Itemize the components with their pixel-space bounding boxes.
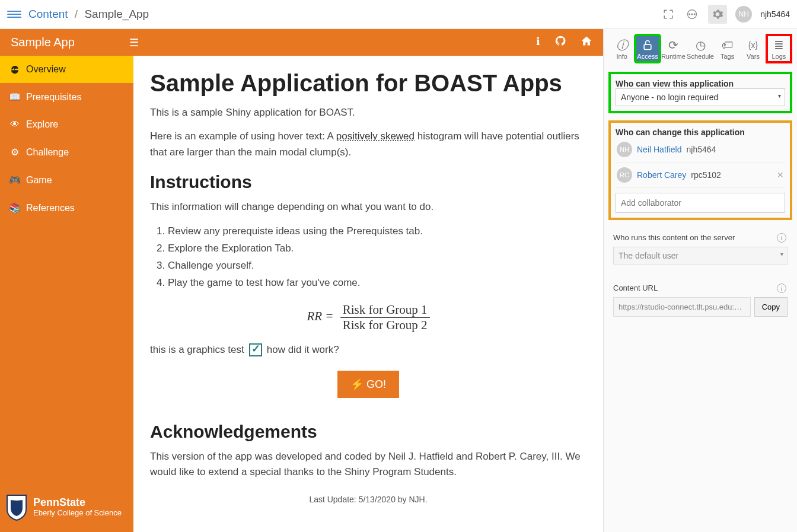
runs-title: Who runs this content on the server xyxy=(613,233,788,242)
instructions-list: Review any prerequiste ideas using the P… xyxy=(168,223,586,292)
sidebar-item-game[interactable]: 🎮 Game xyxy=(0,166,133,194)
info-tooltip-icon[interactable]: i xyxy=(777,233,786,243)
info-tooltip-icon[interactable]: i xyxy=(777,283,786,293)
acknowledgements-paragraph: This version of the app was developed an… xyxy=(150,449,586,480)
eye-icon: 👁 xyxy=(9,119,20,130)
logs-icon: ≣ xyxy=(767,37,791,53)
go-button[interactable]: GO! xyxy=(337,371,399,398)
change-access-section: Who can change this application NH Neil … xyxy=(608,120,792,220)
info-circle-icon: ⓘ xyxy=(610,37,634,53)
sidebar-item-label: Challenge xyxy=(26,147,69,158)
collab-avatar: RC xyxy=(617,167,632,183)
book-icon: 📖 xyxy=(9,91,20,103)
bookmark-icon: 📚 xyxy=(9,202,20,214)
pennstate-shield-icon xyxy=(5,493,28,521)
collab-avatar: NH xyxy=(617,142,632,157)
breadcrumb-current: Sample_App xyxy=(84,8,149,20)
tab-vars[interactable]: {x}Vars xyxy=(741,35,765,62)
nav-toggle-icon[interactable] xyxy=(7,7,21,21)
vars-icon: {x} xyxy=(741,37,765,53)
instructions-heading: Instructions xyxy=(150,172,586,192)
add-collaborator-input[interactable] xyxy=(616,193,785,213)
list-item: Play the game to test how far you've com… xyxy=(168,275,586,292)
sidebar-item-label: Explore xyxy=(26,119,58,130)
sidebar-item-prerequisites[interactable]: 📖 Prerequisites xyxy=(0,83,133,111)
more-icon[interactable] xyxy=(684,7,700,22)
annotation-star-icon: ★ xyxy=(603,367,604,397)
settings-panel: ⓘInfo Access ⟳Runtime ◷Schedule 🏷Tags {x… xyxy=(603,29,797,532)
formula-display: RR = Risk for Group 1 Risk for Group 2 xyxy=(150,302,586,333)
sidebar-item-overview[interactable]: Overview xyxy=(0,56,133,83)
content-url-input[interactable]: https://rstudio-connect.tlt.psu.edu:3939… xyxy=(613,297,751,317)
runs-select[interactable]: The default user xyxy=(613,247,788,265)
runs-section: i Who runs this content on the server Th… xyxy=(610,227,791,270)
collab-name[interactable]: Robert Carey xyxy=(637,170,686,180)
collab-username: rpc5102 xyxy=(691,170,721,180)
list-item: Review any prerequiste ideas using the P… xyxy=(168,223,586,240)
collab-name[interactable]: Neil Hatfield xyxy=(637,145,681,154)
sidebar-item-explore[interactable]: 👁 Explore xyxy=(0,111,133,138)
url-section: i Content URL https://rstudio-connect.tl… xyxy=(610,278,791,323)
sidebar-item-references[interactable]: 📚 References xyxy=(0,194,133,222)
info-icon[interactable]: ℹ xyxy=(536,35,540,50)
svg-rect-4 xyxy=(644,44,651,49)
cogs-icon: ⚙ xyxy=(9,146,20,158)
remove-collab-icon[interactable]: ✕ xyxy=(777,170,784,180)
app-title: Sample App xyxy=(11,36,129,49)
unlock-icon xyxy=(635,37,659,53)
url-title: Content URL xyxy=(613,283,788,292)
runtime-icon: ⟳ xyxy=(661,37,686,53)
username-label: njh5464 xyxy=(760,9,790,19)
gamepad-icon: 🎮 xyxy=(9,174,20,186)
intro-paragraph: This is a sample Shiny application for B… xyxy=(150,105,586,120)
last-update-label: Last Update: 5/13/2020 by NJH. xyxy=(150,495,586,504)
content-main: Sample Application for BOAST Apps This i… xyxy=(133,56,603,532)
view-access-section: Who can view this application Anyone - n… xyxy=(608,72,792,113)
tags-icon: 🏷 xyxy=(715,37,739,53)
sidebar: Overview 📖 Prerequisites 👁 Explore ⚙ Cha… xyxy=(0,56,133,532)
sidebar-item-label: Game xyxy=(26,175,52,186)
user-avatar[interactable]: NH xyxy=(735,6,752,23)
tab-tags[interactable]: 🏷Tags xyxy=(715,35,739,62)
list-item: Explore the Exploration Tab. xyxy=(168,240,586,257)
hover-example-paragraph: Here is an example of using hover text: … xyxy=(150,129,586,160)
list-item: Challenge yourself. xyxy=(168,257,586,275)
instructions-intro: This information will change depending o… xyxy=(150,199,586,215)
sidebar-toggle-icon[interactable]: ☰ xyxy=(129,36,139,49)
view-access-select[interactable]: Anyone - no login required xyxy=(616,88,785,106)
view-access-title: Who can view this application xyxy=(616,79,785,88)
sidebar-item-label: References xyxy=(26,203,75,214)
tab-access[interactable]: Access xyxy=(635,35,659,62)
fullscreen-icon[interactable] xyxy=(661,7,676,22)
checkbox-graphic-icon xyxy=(249,343,262,356)
footer-subbrand: Eberly College of Science xyxy=(33,509,122,518)
hover-text-link[interactable]: positively skewed xyxy=(336,130,415,142)
graphics-test-label-a: this is a graphics test xyxy=(150,344,244,356)
tab-runtime[interactable]: ⟳Runtime xyxy=(661,35,686,62)
tab-schedule[interactable]: ◷Schedule xyxy=(687,35,714,62)
svg-point-1 xyxy=(689,14,690,15)
tab-logs[interactable]: ≣Logs xyxy=(767,35,791,62)
collaborator-row: RC Robert Carey rpc5102 ✕ xyxy=(616,163,785,188)
settings-icon[interactable] xyxy=(708,5,727,24)
tab-info[interactable]: ⓘInfo xyxy=(610,35,634,62)
sidebar-item-challenge[interactable]: ⚙ Challenge xyxy=(0,138,133,166)
change-access-title: Who can change this application xyxy=(616,128,785,137)
breadcrumb-root[interactable]: Content xyxy=(28,8,68,20)
sidebar-item-label: Prerequisites xyxy=(26,92,81,103)
graphics-test-label-b: how did it work? xyxy=(267,344,339,356)
home-icon[interactable] xyxy=(581,35,592,50)
collaborator-row: NH Neil Hatfield njh5464 xyxy=(616,137,785,163)
copy-url-button[interactable]: Copy xyxy=(754,297,788,317)
github-icon[interactable] xyxy=(554,35,566,50)
collab-username: njh5464 xyxy=(686,145,716,154)
page-h1: Sample Application for BOAST Apps xyxy=(150,70,586,97)
sidebar-item-label: Overview xyxy=(26,64,66,75)
schedule-icon: ◷ xyxy=(687,37,714,53)
svg-point-3 xyxy=(694,14,696,15)
dashboard-icon xyxy=(9,65,20,74)
sidebar-footer: PennState Eberly College of Science xyxy=(0,487,133,532)
breadcrumb: Content / Sample_App xyxy=(28,8,149,21)
panel-tabs: ⓘInfo Access ⟳Runtime ◷Schedule 🏷Tags {x… xyxy=(607,35,793,67)
acknowledgements-heading: Acknowledgements xyxy=(150,422,586,442)
